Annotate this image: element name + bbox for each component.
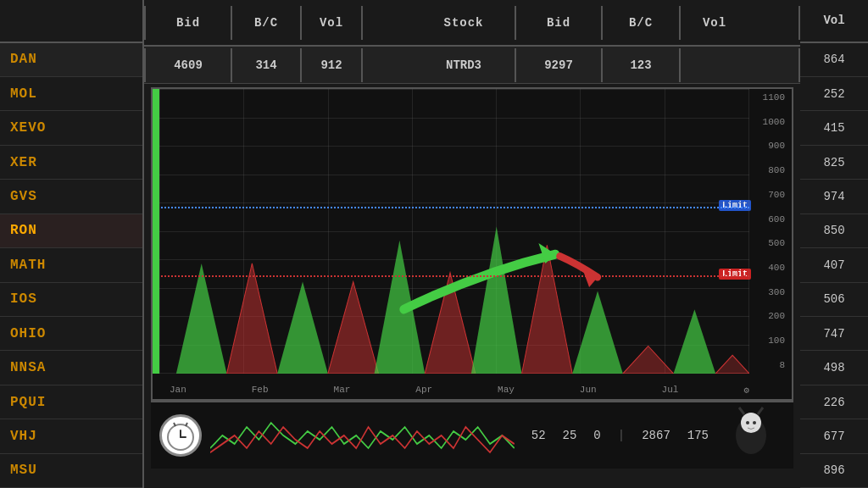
x-label-mar: Mar xyxy=(334,385,351,396)
chart-container: Limit Limit xyxy=(151,87,793,401)
x-label-jun: Jun xyxy=(580,385,597,396)
stock-name: MOL xyxy=(10,86,37,102)
status-val1: 52 xyxy=(531,429,546,442)
x-label-jan: Jan xyxy=(170,385,186,396)
clock-icon xyxy=(159,414,202,457)
stock-item-msu[interactable]: MSU xyxy=(0,454,142,488)
svg-marker-2 xyxy=(227,263,278,374)
stock-item-ohio[interactable]: OHIO xyxy=(0,317,142,351)
main-container: DAN MOL XEVO XER GVS RON MATH IOS OHIO N… xyxy=(0,0,868,488)
stock-item-dan[interactable]: DAN xyxy=(0,43,142,77)
svg-marker-5 xyxy=(328,282,379,374)
status-bar: 52 25 0 | 2867 175 xyxy=(151,401,793,469)
svg-marker-9 xyxy=(471,227,522,374)
status-val4: 2867 xyxy=(642,429,670,442)
avatar-icon xyxy=(717,406,785,465)
x-label-may: May xyxy=(498,385,515,396)
vol-item-xer: 825 xyxy=(800,146,868,180)
gear-icon[interactable]: ⚙ xyxy=(743,385,749,396)
x-axis: Jan Feb Mar Apr May Jun Jul ⚙ xyxy=(170,385,749,396)
status-val2: 25 xyxy=(563,429,577,442)
data-row: 4609 314 912 NTRD3 9297 123 xyxy=(144,47,800,84)
stock-name: GVS xyxy=(10,189,37,204)
right-panel: Bid B/C Vol Stock Bid B/C xyxy=(144,0,800,488)
stock-name: XER xyxy=(10,155,37,170)
stock-list: DAN MOL XEVO XER GVS RON MATH IOS OHIO N… xyxy=(0,0,144,488)
header-stock2: Stock xyxy=(413,16,515,30)
data-bid2: 9297 xyxy=(516,58,601,72)
stock-item-pqui[interactable]: PQUI xyxy=(0,385,142,419)
x-label-jul: Jul xyxy=(662,385,679,396)
header-bid2: Bid xyxy=(516,16,601,30)
svg-line-27 xyxy=(739,408,744,414)
vol-item-ios: 506 xyxy=(800,283,868,317)
data-vol: 912 xyxy=(302,58,361,72)
status-val5: 175 xyxy=(687,429,709,442)
vol-item-pqui: 226 xyxy=(800,385,868,419)
y-axis: 1100 1000 900 800 700 600 500 400 300 20… xyxy=(763,89,785,374)
stock-name: OHIO xyxy=(10,326,46,341)
stock-name: MSU xyxy=(10,463,37,478)
x-label-apr: Apr xyxy=(415,385,432,396)
header-bid: Bid xyxy=(146,16,231,30)
header-bc: B/C xyxy=(232,16,300,30)
x-label-feb: Feb xyxy=(252,385,269,396)
header-row: Bid B/C Vol Stock Bid B/C xyxy=(144,0,800,47)
svg-point-26 xyxy=(741,413,761,433)
svg-marker-0 xyxy=(176,263,227,374)
stock-item-xevo[interactable]: XEVO xyxy=(0,111,142,145)
svg-point-30 xyxy=(753,421,756,424)
limit-line-red xyxy=(161,275,749,277)
svg-marker-15 xyxy=(674,309,716,374)
vol-item-math: 407 xyxy=(800,248,868,282)
svg-point-29 xyxy=(746,421,749,424)
data-stock2: NTRD3 xyxy=(413,58,515,72)
vol-item-mol: 252 xyxy=(800,77,868,111)
stock-item-ron[interactable]: RON xyxy=(0,214,142,248)
stock-name: RON xyxy=(10,223,37,238)
stock-name: DAN xyxy=(10,52,37,67)
stock-name: PQUI xyxy=(10,395,46,410)
status-values: 52 25 0 | 2867 175 xyxy=(531,429,709,442)
stock-item-ios[interactable]: IOS xyxy=(0,283,142,317)
vol-item-nnsa: 498 xyxy=(800,351,868,385)
limit-line-blue xyxy=(161,207,749,208)
vol-item-dan: 864 xyxy=(800,43,868,77)
header-vol2: Vol xyxy=(681,16,748,30)
status-val3: 0 xyxy=(593,429,600,442)
stock-item-math[interactable]: MATH xyxy=(0,248,142,282)
stock-item-xer[interactable]: XER xyxy=(0,146,142,180)
stock-name: VHJ xyxy=(10,429,37,444)
stock-name: MATH xyxy=(10,258,46,273)
svg-marker-17 xyxy=(715,355,749,374)
header-vol: Vol xyxy=(302,16,361,30)
vol-header: Vol xyxy=(800,0,868,43)
header-bc2: B/C xyxy=(603,16,679,30)
data-bid: 4609 xyxy=(146,58,231,72)
right-vol-list: Vol 864 252 415 825 974 850 407 506 747 … xyxy=(800,0,868,488)
stock-item-vhj[interactable]: VHJ xyxy=(0,419,142,453)
stock-name: NNSA xyxy=(10,360,46,375)
avatar-area xyxy=(717,406,785,465)
vol-item-gvs: 974 xyxy=(800,180,868,214)
stock-name: IOS xyxy=(10,291,37,307)
sparkline-area xyxy=(210,410,515,461)
chart-svg xyxy=(159,89,749,374)
vol-item-ohio: 747 xyxy=(800,317,868,351)
vol-item-msu: 896 xyxy=(800,454,868,488)
data-bc2: 123 xyxy=(603,58,679,72)
stock-item-gvs[interactable]: GVS xyxy=(0,180,142,214)
status-divider: | xyxy=(618,429,625,442)
svg-line-28 xyxy=(758,408,763,414)
stock-item-mol[interactable]: MOL xyxy=(0,77,142,111)
stock-name: XEVO xyxy=(10,120,46,136)
svg-marker-14 xyxy=(623,346,674,374)
chart-wrapper: Limit Limit xyxy=(144,84,800,488)
svg-marker-12 xyxy=(572,291,623,374)
vol-item-ron: 850 xyxy=(800,214,868,248)
stock-item-nnsa[interactable]: NNSA xyxy=(0,351,142,385)
data-bc: 314 xyxy=(232,58,300,72)
svg-marker-3 xyxy=(277,282,328,374)
vol-item-vhj: 677 xyxy=(800,419,868,453)
vol-item-xevo: 415 xyxy=(800,111,868,145)
